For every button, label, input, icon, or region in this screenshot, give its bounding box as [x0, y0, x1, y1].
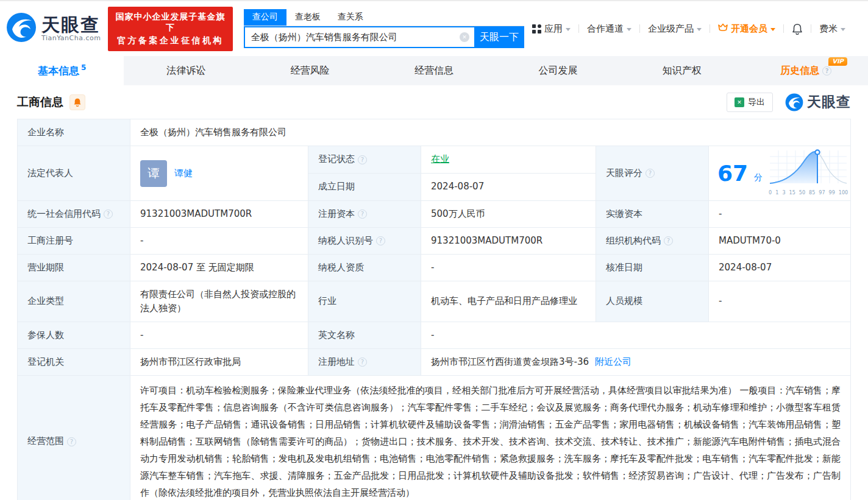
score-unit: 分	[754, 171, 763, 185]
logo-domain: TianYanCha.com	[41, 34, 101, 42]
section-actions: 导出 天眼查	[727, 93, 851, 112]
chevron-down-icon	[841, 28, 845, 31]
table-row: 经营范围 许可项目：机动车检验检测服务；保险兼业代理业务（依法须经批准的项目，经…	[18, 376, 850, 500]
help-icon[interactable]	[376, 236, 385, 245]
search-input[interactable]	[251, 32, 460, 43]
help-icon[interactable]	[822, 66, 831, 76]
taxpayer-qual-value: -	[421, 255, 596, 281]
search-area: 查公司 查老板 查关系 天眼一下	[244, 9, 524, 48]
reg-capital-label: 注册资本	[318, 207, 355, 221]
tab-history-info[interactable]: VIP 历史信息	[744, 56, 868, 85]
score-label: 天眼评分	[606, 166, 642, 180]
field-label: 纳税人资质	[308, 255, 421, 281]
tab-basic-info[interactable]: 基本信息 5	[0, 56, 124, 85]
field-label: 登记机关	[18, 349, 130, 375]
field-label: 人员规模	[596, 281, 709, 322]
tab-basic-info-count: 5	[81, 63, 86, 72]
reg-address-value: 扬州市邗江区竹西街道黄金坝路3号-36	[431, 355, 589, 369]
chevron-down-icon	[566, 28, 571, 31]
field-label: 注册资本	[308, 201, 421, 227]
top-menu: 应用 合作通道 企业级产品 开通会员	[524, 23, 853, 35]
search-tab-company[interactable]: 查公司	[244, 9, 286, 26]
table-subrow: 成立日期 2024-08-07	[308, 174, 596, 200]
monitor-bell-button[interactable]	[69, 94, 85, 110]
tianyancha-swirl-icon	[785, 93, 803, 111]
field-label: 法定代表人	[18, 146, 130, 200]
field-label: 组织机构代码	[596, 228, 709, 254]
field-label: 统一社会信用代码	[18, 201, 130, 227]
uscc-label: 统一社会信用代码	[27, 207, 101, 221]
field-label: 营业期限	[18, 255, 130, 281]
status-open-link[interactable]: 在业	[431, 152, 449, 166]
export-label: 导出	[748, 97, 765, 108]
watermark-text: 天眼查	[807, 93, 851, 111]
help-icon[interactable]	[664, 236, 673, 245]
legal-rep-cell: 谭 谭健	[130, 146, 308, 200]
field-label: 纳税人识别号	[308, 228, 421, 254]
field-label: 核准日期	[596, 255, 709, 281]
tianyancha-watermark: 天眼查	[785, 93, 851, 111]
chevron-down-icon	[627, 28, 631, 31]
menu-apps-label: 应用	[544, 23, 563, 35]
business-scope-label: 经营范围	[27, 434, 64, 448]
vip-badge: VIP	[828, 57, 847, 66]
menu-partner-label: 合作通道	[587, 23, 624, 35]
menu-apps[interactable]: 应用	[524, 23, 578, 35]
help-icon[interactable]	[646, 169, 655, 178]
field-label: 企业名称	[18, 119, 130, 146]
section-header: 工商信息 导出 天眼查	[0, 85, 868, 119]
help-icon[interactable]	[67, 437, 76, 446]
tab-legal[interactable]: 法律诉讼	[124, 56, 247, 85]
tab-intellectual-property[interactable]: 知识产权	[620, 56, 744, 85]
search-tabs: 查公司 查老板 查关系	[244, 9, 524, 26]
menu-open-vip-label: 开通会员	[731, 23, 767, 35]
menu-partner[interactable]: 合作通道	[579, 23, 639, 35]
tianyancha-logo[interactable]: 天眼查 TianYanCha.com	[6, 12, 101, 45]
search-tab-relation[interactable]: 查关系	[329, 9, 372, 26]
bell-icon	[73, 97, 82, 107]
help-icon[interactable]	[358, 210, 367, 219]
menu-enterprise[interactable]: 企业级产品	[640, 23, 710, 35]
help-icon[interactable]	[358, 357, 367, 367]
menu-open-vip[interactable]: 开通会员	[710, 23, 783, 35]
help-icon[interactable]	[104, 210, 113, 219]
approval-date-value: 2024-08-07	[709, 255, 850, 281]
export-button[interactable]: 导出	[727, 93, 773, 112]
table-subrow: 登记状态 在业	[308, 146, 596, 174]
table-row: 法定代表人 谭 谭健 登记状态 在业 成立日期 2024-08-07	[18, 146, 850, 201]
field-label: 英文名称	[308, 322, 421, 348]
tab-business-info[interactable]: 经营信息	[372, 56, 496, 85]
tab-company-development-label: 公司发展	[538, 65, 577, 77]
notifications-button[interactable]	[784, 23, 811, 35]
chevron-down-icon	[770, 28, 775, 31]
field-label: 工商注册号	[18, 228, 130, 254]
tab-history-info-label: 历史信息	[780, 65, 819, 77]
help-icon[interactable]	[358, 155, 367, 164]
gov-badge-line1: 国家中小企业发展子基金旗下	[114, 12, 226, 33]
taxpayer-id-value: 91321003MADUTM700R	[421, 228, 596, 254]
gov-certification-badge: 国家中小企业发展子基金旗下 官方备案企业征信机构	[108, 7, 232, 51]
clear-search-icon[interactable]	[460, 32, 469, 42]
top-bar: 天眼查 TianYanCha.com 国家中小企业发展子基金旗下 官方备案企业征…	[0, 1, 868, 56]
tab-company-development[interactable]: 公司发展	[496, 56, 620, 85]
tianyan-score-cell[interactable]: 67 分	[709, 146, 854, 200]
tab-business-info-label: 经营信息	[414, 65, 454, 77]
nearby-companies-link[interactable]: 附近公司	[595, 355, 631, 369]
tab-intellectual-property-label: 知识产权	[663, 65, 702, 77]
score-distribution-chart: 0131550859799100	[769, 149, 848, 197]
field-label: 登记状态	[308, 146, 421, 173]
search-tab-boss[interactable]: 查老板	[286, 9, 329, 26]
avatar[interactable]: 谭	[140, 160, 167, 187]
est-date-value: 2024-08-07	[421, 174, 596, 200]
org-code-value: MADUTM70-0	[709, 228, 850, 254]
bell-icon	[792, 23, 803, 35]
table-row: 统一社会信用代码 91321003MADUTM700R 注册资本 500万人民币…	[18, 201, 850, 228]
field-label: 企业类型	[18, 281, 130, 322]
english-name-value: -	[421, 322, 850, 348]
tab-operating-risk[interactable]: 经营风险	[248, 56, 372, 85]
user-menu[interactable]: 费米	[811, 23, 853, 35]
status-date-stack: 登记状态 在业 成立日期 2024-08-07	[308, 146, 596, 200]
table-row: 参保人数 - 英文名称 -	[18, 322, 850, 349]
legal-rep-link[interactable]: 谭健	[174, 166, 193, 180]
search-button[interactable]: 天眼一下	[474, 26, 524, 48]
